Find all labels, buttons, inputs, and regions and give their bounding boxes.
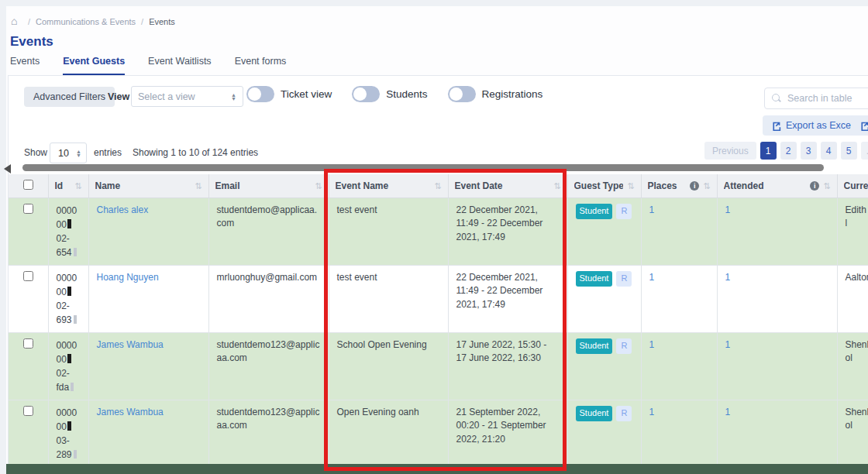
home-icon[interactable]: ⌂ [11,15,17,27]
advanced-filters-button[interactable]: Advanced Filters [24,87,115,107]
sort-icon[interactable]: ⇅ [823,181,830,191]
pagination-ellipsis[interactable]: ... [861,142,868,160]
pagination-page-3[interactable]: 3 [801,142,817,160]
sort-icon[interactable]: ⇅ [553,181,560,191]
pagination-pages: 12345 [760,142,857,160]
cell-id: 000000 03-289 [48,400,88,468]
redaction-bar [67,287,71,296]
guest-name-link[interactable]: James Wambua [97,407,164,417]
search-input[interactable] [787,93,868,104]
table-row: 000000 03-289 James Wambua studentdemo12… [9,400,868,468]
guest-name-link[interactable]: Charles alex [97,204,149,215]
tab-event-forms[interactable]: Event forms [235,56,287,75]
horizontal-scrollbar[interactable] [22,164,824,171]
pagination-previous[interactable]: Previous [704,142,756,160]
places-link[interactable]: 1 [649,407,655,417]
pagination-page-5[interactable]: 5 [841,142,857,160]
cell-current-school: Edith C l [837,198,868,266]
select-arrows-icon: ▲▼ [76,149,81,157]
column-header-attended[interactable]: Attendedi⇅ [717,174,837,198]
places-link[interactable]: 1 [649,272,655,283]
export-icon [859,121,868,131]
cell-attended: 1 [717,400,837,468]
header-checkbox-cell [9,174,48,198]
cell-event-name: School Open Evening [329,333,448,400]
breadcrumb-separator: / [141,17,143,26]
toggle-group-ticket-view: Ticket view [246,86,332,102]
registration-badge: R [616,271,632,287]
column-label: Event Date [455,180,550,191]
export-icon [771,121,781,131]
redaction-bar [74,315,77,324]
sort-icon[interactable]: ⇅ [74,181,81,191]
export-second-button[interactable]: E [851,115,868,136]
cell-event-name: Open Evening oanh [329,400,448,468]
tab-event-guests[interactable]: Event Guests [63,56,125,75]
ticket-view-toggle[interactable] [246,86,274,102]
registrations-toggle[interactable] [448,86,476,102]
view-select[interactable]: Select a view ▲▼ [131,86,243,107]
places-link[interactable]: 1 [649,204,655,215]
column-label: Name [95,180,191,191]
row-checkbox-cell [9,333,48,400]
table-row: 000000 02-693 Hoang Nguyen mrluonghuy@gm… [9,266,868,333]
cell-attended: 1 [717,198,837,266]
attended-link[interactable]: 1 [725,204,731,215]
column-header-email[interactable]: Email⇅ [208,174,329,198]
students-toggle[interactable] [352,86,380,102]
scroll-left-arrow[interactable] [4,164,11,173]
column-label: Guest Type [574,180,624,191]
pagination-page-2[interactable]: 2 [780,142,797,160]
guest-name-link[interactable]: Hoang Nguyen [97,272,159,283]
column-header-curren: Curren [837,174,868,198]
select-all-checkbox[interactable] [23,180,33,190]
guest-type-badge: Student [576,406,613,421]
tab-events[interactable]: Events [10,56,40,75]
cell-event-date: 22 December 2021, 11:49 - 22 December 20… [448,266,567,333]
sort-icon[interactable]: ⇅ [703,181,710,191]
tab-event-waitlists[interactable]: Event Waitlists [148,56,212,75]
redaction-bar [67,354,71,363]
breadcrumb-link-communications[interactable]: Communications & Events [36,17,136,26]
attended-link[interactable]: 1 [725,339,731,350]
cell-attended: 1 [717,266,837,333]
row-checkbox[interactable] [23,406,33,416]
sort-icon[interactable]: ⇅ [627,181,634,191]
column-header-guest-type[interactable]: Guest Type⇅ [567,174,641,198]
breadcrumb-current: Events [149,17,175,26]
column-header-event-name[interactable]: Event Name⇅ [329,174,448,198]
info-icon[interactable]: i [690,181,699,191]
guest-name-link[interactable]: James Wambua [97,339,164,350]
cell-name: Charles alex [88,198,208,266]
sort-icon[interactable]: ⇅ [195,181,202,191]
column-header-places[interactable]: Placesi⇅ [641,174,717,198]
toggle-group-row: Ticket viewStudentsRegistrations [246,86,542,102]
guest-type-badge: Student [576,338,613,354]
column-header-id[interactable]: Id⇅ [48,174,88,198]
toggle-group-students: Students [352,86,427,102]
sort-icon[interactable]: ⇅ [315,181,322,191]
cell-email: studentdemo123@applicaa.com [208,333,329,400]
column-label: Curren [844,180,868,191]
sort-icon[interactable]: ⇅ [434,181,441,191]
row-checkbox[interactable] [23,204,33,214]
cell-name: Hoang Nguyen [88,266,208,333]
row-checkbox[interactable] [23,338,33,349]
info-icon[interactable]: i [810,181,819,191]
attended-link[interactable]: 1 [725,272,731,283]
column-header-name[interactable]: Name⇅ [88,174,208,198]
toggle-label: Registrations [482,88,543,100]
page-size-value: 10 [58,148,76,159]
page-title: Events [10,34,53,50]
column-header-event-date[interactable]: Event Date⇅ [448,174,567,198]
registration-badge: R [616,406,632,421]
pagination-page-4[interactable]: 4 [821,142,837,160]
places-link[interactable]: 1 [649,339,655,350]
pagination-page-1[interactable]: 1 [760,142,777,160]
row-checkbox[interactable] [23,271,33,281]
export-excel-button[interactable]: Export as Excel [763,115,862,136]
page-size-select[interactable]: 10 ▲▼ [50,143,87,163]
column-label: Email [215,180,312,191]
toggle-knob [353,88,367,101]
attended-link[interactable]: 1 [725,407,731,417]
